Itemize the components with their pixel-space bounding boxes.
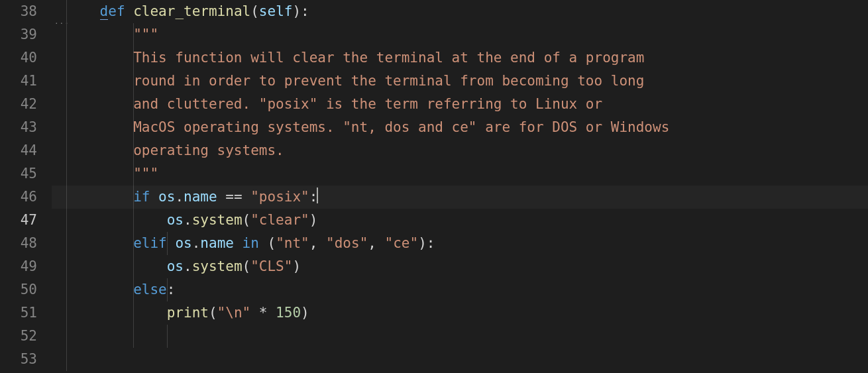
colon: : [167,282,176,297]
line-number: 51 [0,301,37,325]
line-number: 49 [0,255,37,278]
ident-system: system [192,212,243,228]
ident-system: system [192,258,243,274]
code-line[interactable]: """ [52,23,868,46]
paren-open: ( [268,235,276,251]
code-line[interactable]: MacOS operating systems. "nt, dos and ce… [52,116,868,139]
ident-os: os [158,189,175,205]
line-number: 53 [0,348,37,371]
paren-open: ( [209,305,217,321]
dot: . [184,258,192,274]
line-number: 46 [0,186,37,209]
function-name: clear_terminal [133,3,250,19]
code-line[interactable]: operating systems. [52,139,868,162]
code-line[interactable]: elif os.name in ("nt", "dos", "ce"): [52,232,868,255]
string-dos: "dos" [326,235,368,251]
line-number: 45 [0,162,37,186]
string-cls: "CLS" [250,258,292,274]
keyword-else: else [133,282,167,297]
docstring-delim: """ [66,166,158,182]
keyword-if: if [133,189,150,205]
string-posix: "posix" [250,189,309,205]
line-number: 44 [0,139,37,162]
code-line[interactable]: This function will clear the terminal at… [52,46,868,70]
text-cursor [317,187,318,203]
line-number: 43 [0,116,37,139]
paren-close-colon: ): [418,235,435,251]
keyword-def: def [100,3,125,20]
code-line[interactable]: print("\n" * 150) [52,301,868,325]
param-self: self [259,3,293,19]
comma: , [368,235,384,251]
docstring-text: MacOS operating systems. "nt, dos and ce… [66,119,669,135]
paren-close: ) [309,212,318,228]
code-line[interactable]: os.system("clear") [52,209,868,232]
ident-name: name [200,235,234,251]
op-mul: * [250,305,276,321]
line-number: 48 [0,232,37,255]
paren-open: ( [250,3,259,19]
code-lines: def clear_terminal(self): """ This funct… [52,0,868,348]
code-line[interactable]: round in order to prevent the terminal f… [52,70,868,93]
string-nt: "nt" [276,235,309,251]
line-number-active: 47 [0,209,37,232]
string-clear: "clear" [250,212,309,228]
code-editor: 38 39 40 41 42 43 44 45 46 47 48 49 50 5… [0,0,868,373]
code-line[interactable]: else: [52,278,868,301]
line-number: 52 [0,325,37,348]
ident-os: os [167,258,184,274]
docstring-text: operating systems. [66,142,284,158]
line-number-gutter: 38 39 40 41 42 43 44 45 46 47 48 49 50 5… [0,0,52,373]
string-newline: "\n" [217,305,251,321]
line-number: 40 [0,46,37,70]
docstring-text: This function will clear the terminal at… [66,50,644,66]
docstring-text: and cluttered. "posix" is the term refer… [66,96,602,112]
number-150: 150 [276,305,301,321]
keyword-in: in [243,235,259,251]
paren-close-colon: ): [292,3,309,19]
keyword-elif: elif [133,235,167,251]
dot: . [184,212,192,228]
docstring-delim: """ [66,27,158,42]
code-line[interactable]: """ [52,162,868,186]
ident-os: os [175,235,191,251]
code-line[interactable]: os.system("CLS") [52,255,868,278]
string-ce: "ce" [385,235,419,251]
code-line[interactable]: def clear_terminal(self): [52,0,868,23]
docstring-text: round in order to prevent the terminal f… [66,73,644,89]
ident-name: name [184,189,217,205]
code-content-area[interactable]: ··· def clear_terminal(self): """ This f… [52,0,868,373]
line-number: 39 [0,23,37,46]
code-line[interactable] [52,325,868,348]
code-line[interactable]: and cluttered. "posix" is the term refer… [52,93,868,116]
op-eq: == [217,189,251,205]
paren-open: ( [243,258,251,274]
ident-print: print [167,305,209,321]
comma: , [309,235,326,251]
paren-close: ) [301,305,309,321]
ident-os: os [167,212,184,228]
line-number: 50 [0,278,37,301]
line-number: 41 [0,70,37,93]
paren-close: ) [292,258,301,274]
dot: . [192,235,201,251]
line-number: 42 [0,93,37,116]
code-line-active[interactable]: if os.name == "posix": [52,186,868,209]
line-number: 38 [0,0,37,23]
dot: . [175,189,184,205]
paren-open: ( [243,212,251,228]
